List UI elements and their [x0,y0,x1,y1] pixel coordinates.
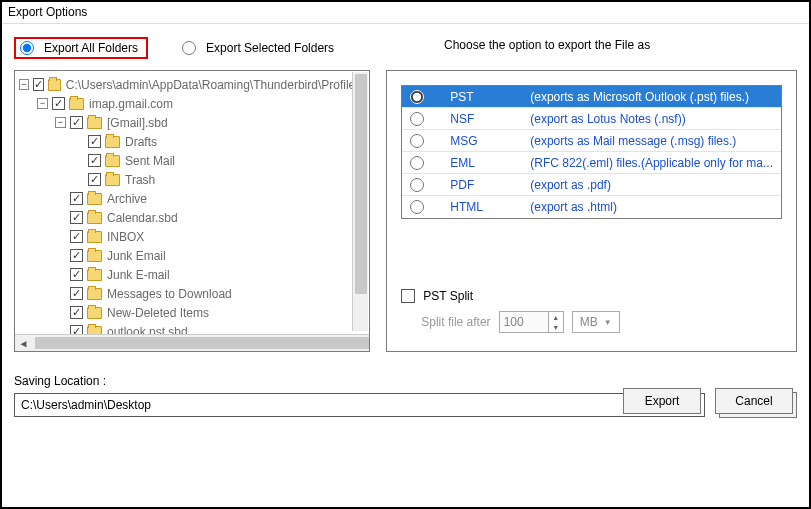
format-name: PDF [450,178,508,192]
tree-row[interactable]: ✓Trash [19,170,367,189]
tree-row[interactable]: ✓Sent Mail [19,151,367,170]
export-selected-radio[interactable]: Export Selected Folders [176,39,340,57]
scroll-track[interactable] [32,335,352,351]
folder-tree-panel: −✓C:\Users\admin\AppData\Roaming\Thunder… [14,70,370,352]
tree-checkbox[interactable]: ✓ [70,116,83,129]
format-option-pdf[interactable]: PDF(export as .pdf) [402,174,781,196]
tree-item-label: [Gmail].sbd [107,116,168,130]
tree-item-label: imap.gmail.com [89,97,173,111]
format-option-msg[interactable]: MSG(exports as Mail message (.msg) files… [402,130,781,152]
tree-row[interactable]: −✓[Gmail].sbd [19,113,367,132]
tree-checkbox[interactable]: ✓ [70,192,83,205]
folder-icon [105,136,120,148]
split-field-label: Split file after [421,315,490,329]
tree-checkbox[interactable]: ✓ [70,287,83,300]
split-unit-select[interactable]: MB ▼ [572,311,620,333]
tree-item-label: Junk Email [107,249,166,263]
split-value-input[interactable] [500,312,548,332]
tree-checkbox[interactable]: ✓ [70,230,83,243]
tree-item-label: Calendar.sbd [107,211,178,225]
split-value-spinner[interactable]: ▲ ▼ [499,311,564,333]
folder-tree[interactable]: −✓C:\Users\admin\AppData\Roaming\Thunder… [15,71,369,334]
saving-location-input[interactable] [14,393,705,417]
tree-row[interactable]: ✓INBOX [19,227,367,246]
pst-split-label: PST Split [423,289,473,303]
window-title: Export Options [2,2,809,24]
folder-icon [48,79,61,91]
export-mode-row: Export All Folders Export Selected Folde… [14,34,797,62]
scroll-left-arrow[interactable]: ◄ [15,335,32,352]
tree-item-label: Drafts [125,135,157,149]
format-desc: (exports as Mail message (.msg) files.) [530,134,773,148]
tree-horizontal-thumb[interactable] [35,337,370,349]
tree-row[interactable]: ✓Calendar.sbd [19,208,367,227]
tree-row[interactable]: ✓New-Deleted Items [19,303,367,322]
tree-row[interactable]: ✓Messages to Download [19,284,367,303]
cancel-button[interactable]: Cancel [715,388,793,414]
format-option-html[interactable]: HTML(export as .html) [402,196,781,218]
format-option-pst[interactable]: PST(exports as Microsoft Outlook (.pst) … [402,86,781,108]
tree-checkbox[interactable]: ✓ [70,211,83,224]
pst-split-checkbox[interactable] [401,289,415,303]
tree-checkbox[interactable]: ✓ [88,173,101,186]
format-option-eml[interactable]: EML(RFC 822(.eml) files.(Applicable only… [402,152,781,174]
export-all-radio-input[interactable] [20,41,34,55]
format-name: EML [450,156,508,170]
tree-horizontal-scrollbar[interactable]: ◄ ► [15,334,369,351]
tree-item-label: C:\Users\admin\AppData\Roaming\Thunderbi… [66,78,367,92]
tree-row[interactable]: ✓Junk Email [19,246,367,265]
tree-checkbox[interactable]: ✓ [70,306,83,319]
tree-item-label: Archive [107,192,147,206]
tree-checkbox[interactable]: ✓ [70,268,83,281]
tree-row[interactable]: −✓imap.gmail.com [19,94,367,113]
format-radio[interactable] [410,200,424,214]
format-radio[interactable] [410,178,424,192]
tree-checkbox[interactable]: ✓ [52,97,65,110]
collapse-icon[interactable]: − [37,98,48,109]
spin-down-icon[interactable]: ▼ [549,322,563,332]
tree-item-label: outlook.pst.sbd [107,325,188,335]
export-selected-radio-input[interactable] [182,41,196,55]
format-desc: (export as .html) [530,200,773,214]
format-desc: (export as Lotus Notes (.nsf)) [530,112,773,126]
format-box: PST(exports as Microsoft Outlook (.pst) … [386,70,797,352]
dialog-body: Export All Folders Export Selected Folde… [2,24,809,428]
folder-icon [87,326,102,335]
tree-checkbox[interactable]: ✓ [33,78,44,91]
export-all-label: Export All Folders [44,41,138,55]
folder-icon [87,288,102,300]
collapse-icon[interactable]: − [55,117,66,128]
export-all-radio[interactable]: Export All Folders [14,37,148,59]
split-unit-label: MB [580,315,598,329]
format-name: HTML [450,200,508,214]
format-radio[interactable] [410,112,424,126]
tree-row[interactable]: ✓Archive [19,189,367,208]
tree-item-label: New-Deleted Items [107,306,209,320]
export-options-dialog: Export Options Export All Folders Export… [0,0,811,509]
tree-checkbox[interactable]: ✓ [88,135,101,148]
format-desc: (RFC 822(.eml) files.(Applicable only fo… [530,156,773,170]
tree-checkbox[interactable]: ✓ [70,325,83,334]
format-name: MSG [450,134,508,148]
right-panel: PST(exports as Microsoft Outlook (.pst) … [386,70,797,352]
folder-icon [87,307,102,319]
tree-row[interactable]: ✓outlook.pst.sbd [19,322,367,334]
tree-row[interactable]: ✓Junk E-mail [19,265,367,284]
format-radio[interactable] [410,156,424,170]
folder-icon [87,269,102,281]
tree-checkbox[interactable]: ✓ [88,154,101,167]
tree-checkbox[interactable]: ✓ [70,249,83,262]
tree-vertical-thumb[interactable] [355,74,367,294]
format-desc: (exports as Microsoft Outlook (.pst) fil… [530,90,773,104]
format-radio[interactable] [410,134,424,148]
folder-icon [69,98,84,110]
tree-vertical-scrollbar[interactable] [352,72,368,331]
export-button[interactable]: Export [623,388,701,414]
tree-row[interactable]: ✓Drafts [19,132,367,151]
collapse-icon[interactable]: − [19,79,29,90]
export-selected-label: Export Selected Folders [206,41,334,55]
spin-up-icon[interactable]: ▲ [549,312,563,322]
tree-row[interactable]: −✓C:\Users\admin\AppData\Roaming\Thunder… [19,75,367,94]
format-option-nsf[interactable]: NSF(export as Lotus Notes (.nsf)) [402,108,781,130]
format-radio[interactable] [410,90,424,104]
